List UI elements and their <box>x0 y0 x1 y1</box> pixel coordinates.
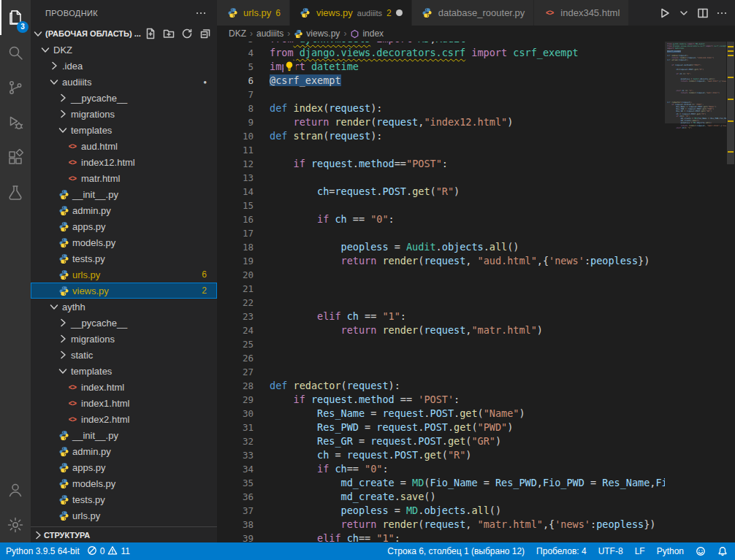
run-dropdown-icon[interactable] <box>678 7 690 19</box>
line-number[interactable]: 28 <box>217 379 270 393</box>
line-number[interactable]: 33 <box>217 448 270 462</box>
notifications-bell-icon[interactable] <box>717 546 728 556</box>
problems-status[interactable]: 0 11 <box>87 545 130 558</box>
line-number[interactable]: 18 <box>217 240 270 254</box>
activity-item-testing[interactable] <box>0 175 31 210</box>
line-number[interactable]: 21 <box>217 282 270 296</box>
line-number[interactable]: 22 <box>217 296 270 310</box>
tree-item-aud.html[interactable]: <>aud.html <box>31 138 217 154</box>
activity-item-settings[interactable] <box>0 507 31 542</box>
line-number[interactable]: 24 <box>217 323 270 337</box>
code-line-21[interactable]: 21 <box>217 282 665 296</box>
code-line-32[interactable]: 32 Res_GR = request.POST.get("GR") <box>217 434 665 448</box>
line-number[interactable]: 7 <box>217 88 270 101</box>
line-number[interactable]: 29 <box>217 393 270 407</box>
code-line-39[interactable]: 39 elif ch== "1": <box>217 532 665 542</box>
code-line-10[interactable]: 10def stran(request): <box>217 129 665 143</box>
code-line-23[interactable]: 23 elif ch == "1": <box>217 310 665 323</box>
line-number[interactable]: 8 <box>217 101 270 115</box>
activity-item-account[interactable] <box>0 472 31 507</box>
line-number[interactable]: 26 <box>217 351 270 365</box>
line-number[interactable]: 32 <box>217 434 270 448</box>
code-line-27[interactable]: 27 <box>217 365 665 379</box>
scrollbar[interactable] <box>726 42 735 542</box>
code-line-24[interactable]: 24 return render(request,"matr.html") <box>217 323 665 337</box>
feedback-smiley-icon[interactable] <box>696 546 706 556</box>
code-line-29[interactable]: 29 if request.method == 'POST': <box>217 393 665 407</box>
code-line-19[interactable]: 19 return render(request, "aud.html",{'n… <box>217 254 665 268</box>
code-line-28[interactable]: 28def redactor(request): <box>217 379 665 393</box>
tree-item-templates[interactable]: templates <box>31 122 217 138</box>
code-line-33[interactable]: 33 ch = request.POST.get("R") <box>217 448 665 462</box>
code-line-18[interactable]: 18 peopless = Audit.objects.all() <box>217 240 665 254</box>
line-number[interactable]: 11 <box>217 143 270 157</box>
code-line-36[interactable]: 36 md_create.save() <box>217 490 665 504</box>
tree-item-templates[interactable]: templates <box>31 363 217 379</box>
code-line-7[interactable]: 7 <box>217 88 665 101</box>
tab-views.py[interactable]: views.pyaudiiits2 <box>290 0 412 26</box>
tree-item-audiiits[interactable]: audiiits● <box>31 74 217 90</box>
activity-item-source-control[interactable] <box>0 70 31 105</box>
tree-item-urls.py[interactable]: urls.py6 <box>31 266 217 283</box>
activity-item-run-debug[interactable] <box>0 105 31 140</box>
line-number[interactable]: 5 <box>217 60 270 74</box>
code-line-13[interactable]: 13 <box>217 171 665 185</box>
line-number[interactable]: 39 <box>217 532 270 542</box>
lightbulb-icon[interactable] <box>283 61 296 73</box>
code-line-30[interactable]: 30 Res_Name = request.POST.get("Name") <box>217 407 665 421</box>
code-line-12[interactable]: 12 if request.method=="POST": <box>217 157 665 171</box>
line-number[interactable]: 17 <box>217 226 270 240</box>
run-button[interactable] <box>659 7 671 19</box>
code-line-8[interactable]: 8def index(request): <box>217 101 665 115</box>
code-line-4[interactable]: 4from django.views.decorators.csrf impor… <box>217 46 665 60</box>
tree-item-tests.py[interactable]: tests.py <box>31 250 217 266</box>
more-actions-icon[interactable] <box>716 7 728 19</box>
code-editor[interactable]: 3from aythh.models import MD,Audit4from … <box>217 42 665 542</box>
line-number[interactable]: 6 <box>217 74 270 88</box>
code-line-35[interactable]: 35 md_create = MD(Fio_Name = Res_PWD,Fio… <box>217 476 665 490</box>
tree-item-index1.html[interactable]: <>index1.html <box>31 395 217 411</box>
scrollbar-thumb[interactable] <box>727 42 734 164</box>
tab-database_roouter.py[interactable]: database_roouter.py <box>412 0 535 26</box>
tree-item-admin.py[interactable]: admin.py <box>31 202 217 218</box>
code-line-5[interactable]: 5import datetime <box>217 60 665 74</box>
code-line-22[interactable]: 22 <box>217 296 665 310</box>
line-number[interactable]: 15 <box>217 199 270 212</box>
indentation-status[interactable]: Пробелов: 4 <box>536 546 587 556</box>
encoding-status[interactable]: UTF-8 <box>598 546 623 556</box>
line-number[interactable]: 13 <box>217 171 270 185</box>
line-number[interactable]: 38 <box>217 518 270 532</box>
code-line-34[interactable]: 34 if ch== "0": <box>217 462 665 476</box>
line-number[interactable]: 12 <box>217 157 270 171</box>
tree-item-migrations[interactable]: migrations <box>31 331 217 347</box>
breadcrumb-item-folder[interactable]: audiiits <box>256 28 283 39</box>
breadcrumb-item-file[interactable]: views.py <box>294 28 340 39</box>
new-folder-icon[interactable] <box>163 28 175 39</box>
code-line-38[interactable]: 38 return render(request, "matr.html",{'… <box>217 518 665 532</box>
refresh-icon[interactable] <box>181 28 193 39</box>
cursor-position-status[interactable]: Строка 6, столбец 1 (выбрано 12) <box>387 546 525 556</box>
tree-item-views.py[interactable]: views.py2 <box>31 283 217 299</box>
tree-item-admin.py[interactable]: admin.py <box>31 443 217 459</box>
line-number[interactable]: 35 <box>217 476 270 490</box>
tree-item-index.html[interactable]: <>index.html <box>31 379 217 395</box>
tree-item-.idea[interactable]: .idea <box>31 58 217 74</box>
outline-section-header[interactable]: СТРУКТУРА <box>31 526 217 542</box>
activity-item-extensions[interactable] <box>0 140 31 175</box>
line-number[interactable]: 30 <box>217 407 270 421</box>
code-line-17[interactable]: 17 <box>217 226 665 240</box>
workspace-section-header[interactable]: (РАБОЧАЯ ОБЛАСТЬ) ... <box>31 26 217 42</box>
tree-item-__init__.py[interactable]: __init__.py <box>31 186 217 202</box>
line-number[interactable]: 20 <box>217 268 270 282</box>
breadcrumb-item-root[interactable]: DKZ <box>229 28 246 39</box>
line-number[interactable]: 10 <box>217 129 270 143</box>
more-actions-icon[interactable] <box>195 7 207 19</box>
python-interpreter-status[interactable]: Python 3.9.5 64-bit <box>6 546 80 556</box>
minimap-slider[interactable] <box>665 42 726 123</box>
split-editor-icon[interactable] <box>697 7 709 19</box>
tree-item-__pycache__[interactable]: __pycache__ <box>31 90 217 106</box>
tree-item-index2.html[interactable]: <>index2.html <box>31 411 217 427</box>
line-number[interactable]: 34 <box>217 462 270 476</box>
code-line-25[interactable]: 25 <box>217 337 665 351</box>
tree-item-aythh[interactable]: aythh <box>31 299 217 315</box>
